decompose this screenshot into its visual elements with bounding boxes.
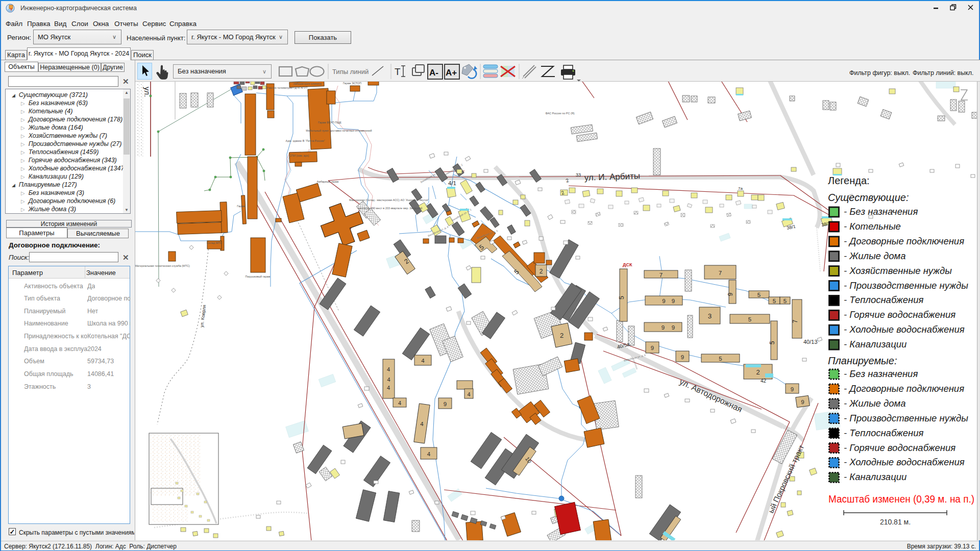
svg-text:9: 9 [662,298,665,304]
svg-text:9: 9 [444,401,447,407]
svg-text:4: 4 [387,385,390,391]
svg-text:- Горячие водоснабжения: - Горячие водоснабжения [844,309,955,320]
svg-text:- Котельные: - Котельные [844,221,901,232]
svg-text:A-: A- [429,68,438,78]
svg-text:Гараж ФГУП ПЩЕ: Гараж ФГУП ПЩЕ [318,121,341,124]
svg-text:2: 2 [560,332,564,339]
svg-text:Мастерская (Склад - мастерская: Мастерская (Склад - мастерская АСС) АО “… [349,198,429,202]
svg-text:Планируемые:: Планируемые: [828,355,897,366]
svg-text:Склад МПС: Склад МПС [207,241,222,244]
svg-text:4: 4 [387,377,390,383]
svg-text:- Теплоснабжения: - Теплоснабжения [844,428,924,438]
svg-text:4: 4 [421,358,425,364]
svg-text:7: 7 [792,319,799,323]
svg-text:4/1: 4/1 [448,180,456,186]
svg-text:школа на 990 мест в 203 кварта: школа на 990 мест в 203 квартале мкр. За… [358,207,423,210]
svg-text:9: 9 [791,386,794,392]
svg-text:Существующие:: Существующие: [828,192,909,203]
svg-text:Участок телеметрии ГДТК АГУТ: Участок телеметрии ГДТК АГУТ [266,86,308,89]
svg-text:Амбарный гараж: Амбарный гараж [317,180,339,183]
svg-text:5: 5 [618,296,625,299]
svg-text:- Канализации: - Канализации [844,339,906,349]
svg-text:5: 5 [783,298,787,304]
svg-text:9: 9 [801,399,804,405]
svg-text:- Договорные подключения: - Договорные подключения [844,383,964,394]
svg-text:- Без назначения: - Без назначения [844,368,918,379]
svg-text:ул. И. Арбиты: ул. И. Арбиты [584,171,640,183]
svg-text:9: 9 [672,298,675,304]
svg-text:2: 2 [540,268,543,275]
svg-text:- Без назначения: - Без назначения [844,206,918,217]
svg-text:лаборатория клиника: лаборатория клиника [293,82,322,85]
svg-text:9: 9 [662,324,665,331]
svg-text:5: 5 [748,316,751,322]
svg-text:- Горячие водоснабжения: - Горячие водоснабжения [844,442,955,453]
svg-text:- Холодные водоснабжения: - Холодные водоснабжения [844,324,965,335]
svg-text:7а: 7а [738,186,743,191]
svg-text:Гараж: Гараж [237,205,245,208]
svg-text:4: 4 [420,421,424,427]
svg-text:5: 5 [719,356,722,362]
svg-text:4: 4 [387,366,390,372]
svg-text:ФАС России по РС (Я): ФАС России по РС (Я) [545,112,574,115]
svg-text:4: 4 [427,451,431,457]
svg-text:7: 7 [719,270,722,276]
svg-text:9: 9 [727,292,734,296]
svg-text:- Жилые дома: - Жилые дома [844,398,906,409]
svg-text:7: 7 [659,272,663,278]
svg-text:Гараж ЭСТОП: Гараж ЭСТОП [343,82,361,85]
svg-text:Материальная техническая служб: Материальная техническая служба (МТС) [135,264,190,267]
svg-text:Пирушковый гараж: Пирушковый гараж [246,275,271,278]
svg-text:T: T [395,66,401,77]
svg-text:4: 4 [398,400,401,406]
svg-text:ДСК: ДСК [623,262,632,267]
svg-text:9: 9 [681,354,684,360]
svg-text:5: 5 [757,292,761,298]
svg-text:- Договорные подключения: - Договорные подключения [844,236,964,246]
svg-text:Мебельный пункт доставки печат: Мебельный пункт доставки печатных отправ… [306,129,372,132]
svg-text:- Теплоснабжения: - Теплоснабжения [844,294,924,305]
svg-text:- Жилые дома: - Жилые дома [844,251,906,261]
svg-text:- Холодные водоснабжения: - Холодные водоснабжения [844,457,965,467]
svg-text:9: 9 [672,324,675,331]
svg-text:40/13: 40/13 [803,339,818,345]
svg-text:- Производственные нужды: - Производственные нужды [844,413,968,423]
svg-text:Масштаб изменен (0,39 м. на п.: Масштаб изменен (0,39 м. на п.) [828,493,974,505]
svg-text:42: 42 [761,378,767,384]
svg-text:Типы линий: Типы линий [332,68,369,76]
svg-text:33: 33 [576,172,581,178]
svg-text:- Хозяйственные нужды: - Хозяйственные нужды [844,265,952,276]
svg-text:- Производственные нужды: - Производственные нужды [844,280,968,291]
svg-text:Легенда:: Легенда: [828,175,870,186]
svg-text:5: 5 [773,298,776,304]
svg-text:2: 2 [756,368,760,376]
svg-text:9: 9 [651,345,654,351]
svg-text:Адм. здание В “Почта России”: Адм. здание В “Почта России” [286,139,325,142]
svg-text:- Канализации: - Канализации [844,471,906,482]
svg-text:210.81 м.: 210.81 м. [880,518,911,526]
svg-text:3: 3 [708,312,712,320]
svg-text:5: 5 [769,341,776,344]
svg-text:СПИ (хим. арх): СПИ (хим. арх) [289,154,309,157]
svg-text:4: 4 [467,391,470,397]
svg-text:A+: A+ [446,68,457,78]
